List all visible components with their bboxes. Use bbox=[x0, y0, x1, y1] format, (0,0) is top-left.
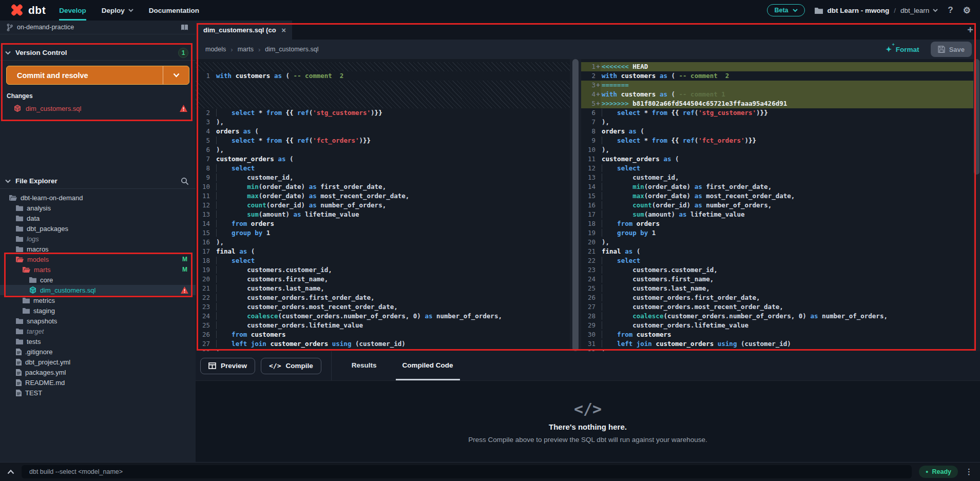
editor-pane-right[interactable]: 1+<<<<<<< HEAD2with customers as ( -- co… bbox=[581, 59, 973, 351]
kebab-menu-icon[interactable]: ⋮ bbox=[965, 467, 973, 476]
command-input[interactable]: dbt build --select <model_name> bbox=[22, 465, 912, 478]
code-line[interactable]: 8 select bbox=[196, 164, 570, 173]
code-line[interactable]: 13 sum(amount) as lifetime_value bbox=[196, 210, 570, 219]
code-line[interactable]: 11customer_orders as ( bbox=[581, 155, 973, 164]
commit-options-chevron[interactable] bbox=[163, 66, 189, 84]
breadcrumb-item[interactable]: dim_customers.sql bbox=[265, 46, 318, 53]
tree-item-README.md[interactable]: README.md bbox=[0, 377, 196, 388]
code-line[interactable]: 7customer_orders as ( bbox=[196, 155, 570, 164]
code-line[interactable]: 22 customer_orders.first_order_date, bbox=[196, 293, 570, 302]
project-selector[interactable]: dbt Learn - mwong / dbt_learn bbox=[815, 7, 938, 14]
close-icon[interactable]: × bbox=[281, 26, 286, 34]
code-line[interactable]: 14 min(order_date) as first_order_date, bbox=[581, 182, 973, 191]
new-tab-plus-icon[interactable]: + bbox=[967, 24, 973, 36]
chevron-up-icon[interactable] bbox=[7, 470, 14, 474]
version-control-header[interactable]: Version Control 1 bbox=[0, 45, 196, 61]
tree-item-snapshots[interactable]: snapshots bbox=[0, 316, 196, 326]
code-line[interactable]: 17final as ( bbox=[196, 247, 570, 256]
breadcrumb-item[interactable]: models bbox=[205, 46, 226, 53]
code-line[interactable]: 16), bbox=[196, 238, 570, 247]
changed-file-row[interactable]: dim_customers.sql bbox=[0, 102, 196, 115]
tree-item-metrics[interactable]: metrics bbox=[0, 295, 196, 305]
tree-item-marts[interactable]: martsM bbox=[0, 264, 196, 275]
code-line[interactable]: 28 coalesce(customer_orders.number_of_or… bbox=[581, 312, 973, 321]
code-line[interactable]: 5+>>>>>>> b81f802a66fd544504c65721e3ffaa… bbox=[581, 99, 973, 108]
tree-item-dbt-learn-on-demand[interactable]: dbt-learn-on-demand bbox=[0, 193, 196, 203]
code-spacer[interactable] bbox=[196, 81, 570, 90]
scrollbar-handle[interactable] bbox=[974, 59, 979, 175]
tree-item-logs[interactable]: logs bbox=[0, 234, 196, 244]
code-line[interactable]: 14 from orders bbox=[196, 219, 570, 228]
tree-item-dbt_packages[interactable]: dbt_packages bbox=[0, 223, 196, 234]
code-line[interactable]: 24 customers.first_name, bbox=[581, 275, 973, 284]
gear-icon[interactable]: ⚙ bbox=[963, 5, 971, 16]
breadcrumb-item[interactable]: marts bbox=[238, 46, 254, 53]
code-line[interactable]: 2with customers as ( -- comment 2 bbox=[581, 71, 973, 81]
beta-dropdown[interactable]: Beta bbox=[767, 4, 804, 16]
pane-divider-scrollbar[interactable] bbox=[570, 59, 581, 351]
search-icon[interactable] bbox=[181, 177, 189, 185]
code-spacer[interactable] bbox=[196, 90, 570, 99]
code-line[interactable]: 6), bbox=[196, 145, 570, 155]
scrollbar-handle[interactable] bbox=[572, 59, 579, 351]
tree-item-TEST[interactable]: TEST bbox=[0, 388, 196, 398]
code-line[interactable]: 18 from orders bbox=[581, 219, 973, 228]
code-line[interactable]: 15 max(order_date) as most_recent_order_… bbox=[581, 191, 973, 201]
code-line[interactable]: 27 left join customer_orders using (cust… bbox=[196, 339, 570, 349]
code-line[interactable]: 1with customers as ( -- comment 2 bbox=[196, 71, 570, 81]
tree-item-models[interactable]: modelsM bbox=[0, 254, 196, 264]
tree-item-dim_customers.sql[interactable]: dim_customers.sql bbox=[0, 285, 196, 295]
ready-status-badge[interactable]: ● Ready bbox=[919, 466, 958, 478]
code-line[interactable]: 31 left join customer_orders using (cust… bbox=[581, 339, 973, 349]
environment-selector[interactable]: dbt_learn bbox=[900, 7, 938, 14]
code-line[interactable]: 12 count(order_id) as number_of_orders, bbox=[196, 201, 570, 210]
code-line[interactable]: 6 select * from {{ ref('stg_customers')}… bbox=[581, 108, 973, 118]
preview-button[interactable]: Preview bbox=[200, 358, 255, 374]
tree-item-analysis[interactable]: analysis bbox=[0, 203, 196, 213]
nav-item-deploy[interactable]: Deploy bbox=[102, 0, 133, 21]
tree-item-staging[interactable]: staging bbox=[0, 305, 196, 316]
code-line[interactable]: 26 customer_orders.first_order_date, bbox=[581, 293, 973, 302]
branch-row[interactable]: on-demand-practice bbox=[0, 21, 196, 34]
code-line[interactable]: 4+with customers as ( -- comment 1 bbox=[581, 90, 973, 99]
code-line[interactable]: 23 customer_orders.most_recent_order_dat… bbox=[196, 302, 570, 312]
editor-vertical-scrollbar[interactable] bbox=[973, 59, 980, 351]
code-line[interactable]: 10 min(order_date) as first_order_date, bbox=[196, 182, 570, 191]
code-spacer[interactable] bbox=[196, 62, 570, 71]
tree-item-core[interactable]: core bbox=[0, 275, 196, 285]
editor-tab-dim-customers[interactable]: dim_customers.sql (confli... × bbox=[196, 21, 292, 40]
code-line[interactable]: 10), bbox=[581, 145, 973, 155]
tree-item-tests[interactable]: tests bbox=[0, 336, 196, 347]
code-line[interactable]: 9 customer_id, bbox=[196, 173, 570, 182]
tree-item-target[interactable]: target bbox=[0, 326, 196, 336]
tree-item-data[interactable]: data bbox=[0, 213, 196, 223]
compile-button[interactable]: </> Compile bbox=[261, 358, 321, 374]
code-line[interactable]: 12 select bbox=[581, 164, 973, 173]
code-line[interactable]: 29 customer_orders.lifetime_value bbox=[581, 321, 973, 330]
file-explorer-header[interactable]: File Explorer bbox=[0, 174, 196, 189]
code-line[interactable]: 7), bbox=[581, 118, 973, 127]
code-line[interactable]: 22 select bbox=[581, 256, 973, 265]
tree-item-packages.yml[interactable]: packages.yml bbox=[0, 367, 196, 377]
code-line[interactable]: 18 select bbox=[196, 256, 570, 265]
nav-item-develop[interactable]: Develop bbox=[59, 0, 86, 21]
tree-item-.gitignore[interactable]: .gitignore bbox=[0, 347, 196, 357]
code-line[interactable]: 26 from customers bbox=[196, 330, 570, 339]
code-line[interactable]: 21final as ( bbox=[581, 247, 973, 256]
code-line[interactable]: 9 select * from {{ ref('fct_orders')}} bbox=[581, 136, 973, 145]
code-line[interactable]: 20 customers.first_name, bbox=[196, 275, 570, 284]
code-spacer[interactable] bbox=[196, 99, 570, 108]
docs-book-icon[interactable] bbox=[180, 24, 189, 31]
code-line[interactable]: 8orders as ( bbox=[581, 127, 973, 136]
code-line[interactable]: 13 customer_id, bbox=[581, 173, 973, 182]
code-line[interactable]: 11 max(order_date) as most_recent_order_… bbox=[196, 191, 570, 201]
code-line[interactable]: 15 group by 1 bbox=[196, 228, 570, 238]
code-line[interactable]: 2 select * from {{ ref('stg_customers')}… bbox=[196, 108, 570, 118]
code-line[interactable]: 23 customers.customer_id, bbox=[581, 265, 973, 275]
code-line[interactable]: 17 sum(amount) as lifetime_value bbox=[581, 210, 973, 219]
code-line[interactable]: 24 coalesce(customer_orders.number_of_or… bbox=[196, 312, 570, 321]
code-line[interactable]: 28) bbox=[196, 349, 570, 351]
code-line[interactable]: 20), bbox=[581, 238, 973, 247]
code-line[interactable]: 30 from customers bbox=[581, 330, 973, 339]
code-line[interactable]: 4orders as ( bbox=[196, 127, 570, 136]
